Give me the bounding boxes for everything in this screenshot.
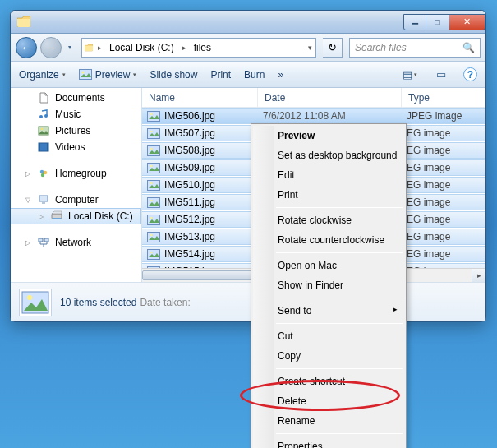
collapse-icon[interactable]: ▽ — [25, 196, 30, 204]
breadcrumb-files[interactable]: files — [189, 39, 217, 57]
sidebar-item-pictures[interactable]: Pictures — [11, 122, 141, 139]
menu-item-edit[interactable]: Edit — [253, 165, 404, 185]
file-type: EG image — [402, 179, 485, 191]
breadcrumb-arrow[interactable]: ▸ — [95, 44, 104, 52]
menu-item-create-shortcut[interactable]: Create shortcut — [253, 372, 404, 391]
column-header-type[interactable]: Type — [402, 88, 485, 107]
toolbar-overflow[interactable]: » — [278, 69, 283, 81]
svg-rect-24 — [148, 163, 160, 173]
expand-icon[interactable]: ▷ — [39, 213, 44, 220]
menu-item-cut[interactable]: Cut — [253, 326, 404, 346]
close-button[interactable]: ✕ — [449, 14, 485, 30]
image-file-icon — [147, 111, 160, 122]
image-file-icon — [147, 249, 160, 260]
svg-rect-28 — [148, 197, 160, 207]
toolbar: Organize▾ Preview▾ Slide show Print Burn… — [11, 62, 485, 88]
menu-item-preview[interactable]: Preview — [253, 126, 404, 145]
svg-rect-34 — [148, 249, 160, 259]
svg-rect-26 — [148, 180, 160, 190]
menu-item-rotate-ccw[interactable]: Rotate counterclockwise — [253, 230, 404, 250]
help-button[interactable]: ? — [463, 67, 477, 81]
menu-item-delete[interactable]: Delete — [253, 391, 404, 411]
sidebar-item-computer[interactable]: ▽ Computer — [11, 192, 141, 208]
submenu-arrow-icon: ▸ — [393, 305, 398, 313]
column-header-name[interactable]: Name — [142, 88, 258, 107]
organize-button[interactable]: Organize▾ — [19, 69, 66, 81]
file-name: IMG511.jpg — [164, 196, 215, 208]
preview-button[interactable]: Preview▾ — [79, 69, 137, 81]
svg-point-3 — [44, 114, 48, 118]
file-name: IMG510.jpg — [164, 179, 215, 191]
expand-icon[interactable]: ▷ — [25, 170, 30, 178]
svg-rect-7 — [39, 143, 40, 151]
titlebar[interactable]: − □ ✕ — [11, 11, 485, 34]
file-type: EG image — [402, 248, 485, 260]
recent-locations-dropdown[interactable]: ▾ — [65, 44, 75, 51]
file-type: EG image — [402, 196, 485, 208]
sidebar-label: Documents — [55, 92, 105, 104]
details-pane: 10 items selected Date taken: — [11, 282, 485, 321]
refresh-button[interactable]: ↻ — [323, 38, 343, 58]
music-icon — [37, 108, 50, 121]
menu-item-rename[interactable]: Rename — [253, 411, 404, 431]
file-row[interactable]: IMG506.jpg7/6/2012 11:08 AMJPEG image — [142, 108, 485, 124]
breadcrumb-arrow[interactable]: ▸ — [180, 44, 189, 52]
scroll-right-button[interactable]: ▸ — [472, 269, 485, 283]
sidebar-item-network[interactable]: ▷ Network — [11, 234, 141, 251]
menu-item-send-to[interactable]: Send to▸ — [253, 301, 404, 321]
svg-rect-8 — [47, 143, 48, 151]
file-name: IMG506.jpg — [164, 110, 215, 122]
breadcrumb-localdisk[interactable]: Local Disk (C:) — [104, 39, 180, 57]
image-file-icon — [147, 163, 160, 173]
file-name: IMG513.jpg — [164, 231, 215, 242]
search-icon: 🔍 — [462, 42, 475, 53]
svg-point-35 — [150, 251, 153, 253]
sidebar-label: Pictures — [55, 125, 90, 136]
burn-button[interactable]: Burn — [244, 69, 265, 81]
print-button[interactable]: Print — [210, 69, 231, 81]
image-file-icon — [147, 145, 160, 156]
menu-item-show-finder[interactable]: Show in Finder — [253, 275, 404, 295]
menu-item-set-background[interactable]: Set as desktop background — [253, 145, 404, 165]
maximize-button[interactable]: □ — [426, 14, 449, 30]
svg-point-1 — [81, 72, 84, 74]
slideshow-button[interactable]: Slide show — [150, 69, 197, 81]
content-body: Documents Music Pictures Videos ▷ Homegr… — [11, 88, 485, 282]
column-header-date[interactable]: Date — [258, 88, 402, 107]
menu-item-copy[interactable]: Copy — [253, 346, 404, 366]
sidebar-item-localdisk[interactable]: ▷ Local Disk (C:) — [11, 208, 141, 224]
homegroup-icon — [37, 167, 50, 180]
forward-button[interactable]: → — [40, 37, 62, 58]
sidebar-item-music[interactable]: Music — [11, 106, 141, 122]
svg-point-29 — [150, 199, 153, 201]
menu-item-rotate-cw[interactable]: Rotate clockwise — [253, 210, 404, 230]
sidebar-item-videos[interactable]: Videos — [11, 139, 141, 155]
menu-item-properties[interactable]: Properties — [253, 436, 404, 448]
navbar: ← → ▾ ▸ Local Disk (C:) ▸ files ▾ ↻ Sear… — [11, 34, 485, 62]
file-type: JPEG image — [402, 110, 485, 122]
expand-icon[interactable]: ▷ — [25, 239, 30, 247]
minimize-button[interactable]: − — [403, 14, 426, 30]
svg-point-31 — [150, 216, 153, 219]
svg-point-9 — [40, 170, 44, 173]
sidebar-label: Videos — [55, 141, 85, 153]
svg-point-2 — [39, 115, 43, 118]
back-button[interactable]: ← — [16, 37, 37, 58]
svg-point-39 — [27, 295, 32, 300]
menu-item-open-mac[interactable]: Open on Mac — [253, 256, 404, 275]
view-mode-button[interactable]: ▤▾ — [401, 66, 419, 84]
menu-item-print[interactable]: Print — [253, 185, 404, 205]
sidebar-item-documents[interactable]: Documents — [11, 90, 141, 106]
svg-rect-32 — [148, 232, 160, 242]
file-name: IMG507.jpg — [164, 127, 215, 139]
address-bar[interactable]: ▸ Local Disk (C:) ▸ files ▾ — [81, 38, 316, 58]
preview-pane-button[interactable]: ▭ — [432, 66, 450, 84]
image-file-icon — [147, 232, 160, 242]
sidebar-item-homegroup[interactable]: ▷ Homegroup — [11, 165, 141, 182]
file-type: EG image — [402, 145, 485, 156]
search-input[interactable]: Search files 🔍 — [349, 38, 481, 58]
svg-point-27 — [150, 182, 153, 184]
picture-icon — [21, 291, 49, 314]
svg-point-19 — [150, 113, 153, 115]
address-dropdown-button[interactable]: ▾ — [306, 44, 315, 52]
